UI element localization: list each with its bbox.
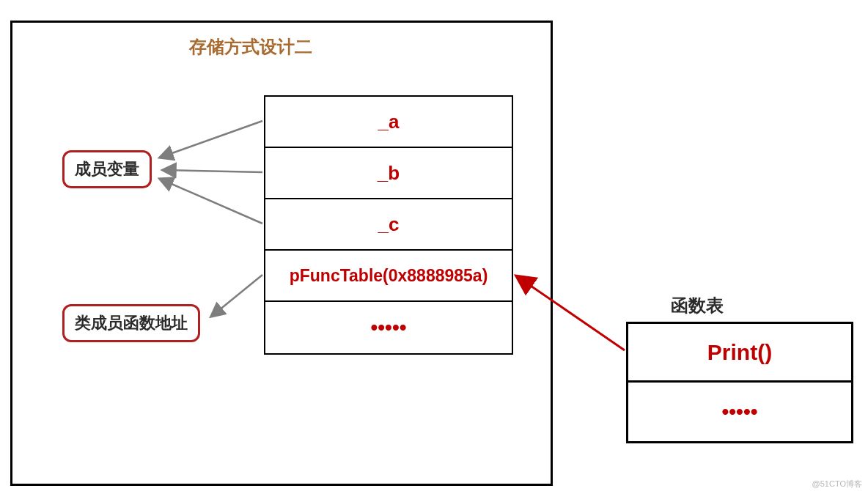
table-row: ••••• [628,383,851,441]
pill-member-variable-label: 成员变量 [75,160,139,178]
pill-member-variable: 成员变量 [62,150,152,188]
table-row: _b [265,148,512,199]
table-row: pFuncTable(0x8888985a) [265,251,512,302]
cell-pfunc: pFuncTable(0x8888985a) [290,266,488,286]
pill-member-func-addr-label: 类成员函数地址 [75,314,188,332]
cell-b: _b [378,162,400,185]
table-row: Print() [628,324,851,383]
func-print: Print() [707,340,772,365]
diagram-title: 存储方式设计二 [189,35,312,59]
function-table-title: 函数表 [671,294,724,317]
cell-c: _c [378,213,400,236]
table-row: _a [265,97,512,148]
table-row: ••••• [265,302,512,353]
object-memory-table: _a _b _c pFuncTable(0x8888985a) ••••• [264,95,513,355]
pill-member-func-addr: 类成员函数地址 [62,304,200,342]
func-dots: ••••• [721,400,757,424]
function-table: Print() ••••• [626,322,853,443]
cell-a: _a [378,111,400,133]
table-row: _c [265,199,512,251]
watermark: @51CTO博客 [812,479,862,490]
cell-dots: ••••• [370,316,406,339]
